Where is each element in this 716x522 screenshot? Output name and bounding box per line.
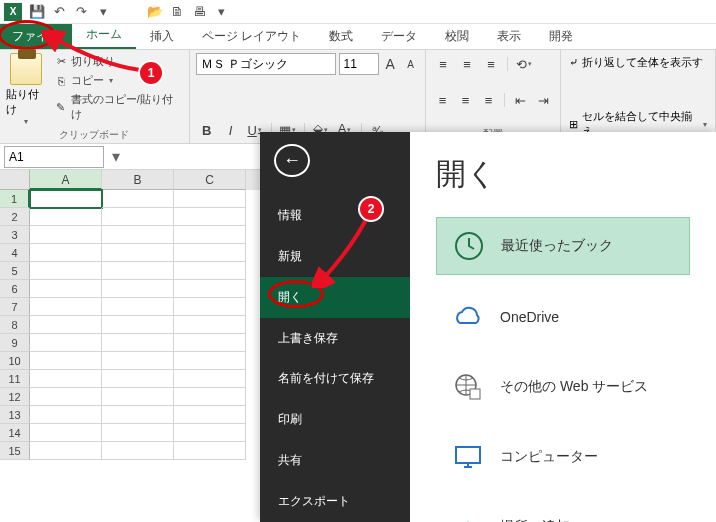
cell[interactable] (30, 226, 102, 244)
tab-formulas[interactable]: 数式 (315, 24, 367, 49)
cell[interactable] (102, 190, 174, 208)
cell[interactable] (30, 406, 102, 424)
row-header[interactable]: 9 (0, 334, 30, 352)
row-header[interactable]: 1 (0, 190, 30, 208)
row-header[interactable]: 10 (0, 352, 30, 370)
cell[interactable] (174, 190, 246, 208)
cell[interactable] (30, 190, 102, 208)
row-header[interactable]: 7 (0, 298, 30, 316)
col-header-a[interactable]: A (30, 170, 102, 190)
col-header-c[interactable]: C (174, 170, 246, 190)
cell[interactable] (174, 208, 246, 226)
bs-new[interactable]: 新規 (260, 236, 410, 277)
row-header[interactable]: 3 (0, 226, 30, 244)
tab-insert[interactable]: 挿入 (136, 24, 188, 49)
qat-undo-icon[interactable]: ↶ (48, 3, 70, 21)
cell[interactable] (30, 262, 102, 280)
cell[interactable] (30, 316, 102, 334)
cell[interactable] (102, 208, 174, 226)
cell[interactable] (174, 262, 246, 280)
align-middle-icon[interactable]: ≡ (456, 53, 478, 75)
tab-view[interactable]: 表示 (483, 24, 535, 49)
row-header[interactable]: 5 (0, 262, 30, 280)
indent-increase-icon[interactable]: ⇥ (533, 89, 554, 111)
cell[interactable] (30, 424, 102, 442)
increase-font-icon[interactable]: A (382, 53, 399, 75)
cell[interactable] (102, 370, 174, 388)
option-onedrive[interactable]: OneDrive (436, 289, 690, 345)
align-top-icon[interactable]: ≡ (432, 53, 454, 75)
italic-button[interactable]: I (220, 119, 242, 141)
cell[interactable] (174, 352, 246, 370)
name-box[interactable] (4, 146, 104, 168)
align-left-icon[interactable]: ≡ (432, 89, 453, 111)
tab-developer[interactable]: 開発 (535, 24, 587, 49)
option-recent[interactable]: 最近使ったブック (436, 217, 690, 275)
cell[interactable] (102, 280, 174, 298)
bold-button[interactable]: B (196, 119, 218, 141)
cell[interactable] (30, 244, 102, 262)
wrap-text-button[interactable]: ⤶折り返して全体を表示す (567, 53, 709, 72)
paste-button[interactable]: 貼り付け ▾ (6, 53, 46, 126)
qat-redo-icon[interactable]: ↷ (70, 3, 92, 21)
tab-pagelayout[interactable]: ページ レイアウト (188, 24, 315, 49)
tab-data[interactable]: データ (367, 24, 431, 49)
cell[interactable] (102, 244, 174, 262)
bs-share[interactable]: 共有 (260, 440, 410, 481)
font-size-select[interactable] (339, 53, 379, 75)
align-bottom-icon[interactable]: ≡ (480, 53, 502, 75)
indent-decrease-icon[interactable]: ⇤ (510, 89, 531, 111)
decrease-font-icon[interactable]: A (402, 53, 419, 75)
cell[interactable] (30, 208, 102, 226)
row-header[interactable]: 8 (0, 316, 30, 334)
cell[interactable] (174, 370, 246, 388)
cell[interactable] (102, 388, 174, 406)
select-all-corner[interactable] (0, 170, 30, 190)
cell[interactable] (174, 424, 246, 442)
row-header[interactable]: 13 (0, 406, 30, 424)
bs-open[interactable]: 開く (260, 277, 410, 318)
cell[interactable] (102, 406, 174, 424)
cell[interactable] (30, 352, 102, 370)
qat-quickprint-icon[interactable]: 🗎 (166, 3, 188, 21)
align-center-icon[interactable]: ≡ (455, 89, 476, 111)
cell[interactable] (30, 298, 102, 316)
namebox-dropdown-icon[interactable]: ▾ (108, 147, 124, 166)
cell[interactable] (174, 244, 246, 262)
row-header[interactable]: 14 (0, 424, 30, 442)
row-header[interactable]: 6 (0, 280, 30, 298)
align-right-icon[interactable]: ≡ (478, 89, 499, 111)
cell[interactable] (102, 442, 174, 460)
bs-export[interactable]: エクスポート (260, 481, 410, 522)
qat-open-icon[interactable]: 📂 (144, 3, 166, 21)
tab-file[interactable]: ファイル (0, 24, 72, 49)
cell[interactable] (174, 316, 246, 334)
bs-print[interactable]: 印刷 (260, 399, 410, 440)
bs-save[interactable]: 上書き保存 (260, 318, 410, 359)
back-button[interactable]: ← (274, 144, 310, 177)
cell[interactable] (30, 370, 102, 388)
col-header-b[interactable]: B (102, 170, 174, 190)
bs-info[interactable]: 情報 (260, 195, 410, 236)
cell[interactable] (102, 352, 174, 370)
cell[interactable] (30, 442, 102, 460)
cell[interactable] (30, 280, 102, 298)
option-web[interactable]: その他の Web サービス (436, 359, 690, 415)
qat-save-icon[interactable]: 💾 (26, 3, 48, 21)
cell[interactable] (174, 280, 246, 298)
row-header[interactable]: 12 (0, 388, 30, 406)
cell[interactable] (30, 388, 102, 406)
row-header[interactable]: 2 (0, 208, 30, 226)
copy-button[interactable]: ⎘コピー▾ (50, 72, 182, 89)
cell[interactable] (174, 442, 246, 460)
qat-new-icon[interactable]: ▾ (210, 3, 232, 21)
tab-review[interactable]: 校閲 (431, 24, 483, 49)
cell[interactable] (102, 334, 174, 352)
cell[interactable] (174, 334, 246, 352)
cell[interactable] (102, 298, 174, 316)
option-computer[interactable]: コンピューター (436, 429, 690, 485)
font-name-select[interactable] (196, 53, 336, 75)
cell[interactable] (102, 424, 174, 442)
cell[interactable] (102, 226, 174, 244)
format-painter-button[interactable]: ✎書式のコピー/貼り付け (50, 91, 182, 123)
